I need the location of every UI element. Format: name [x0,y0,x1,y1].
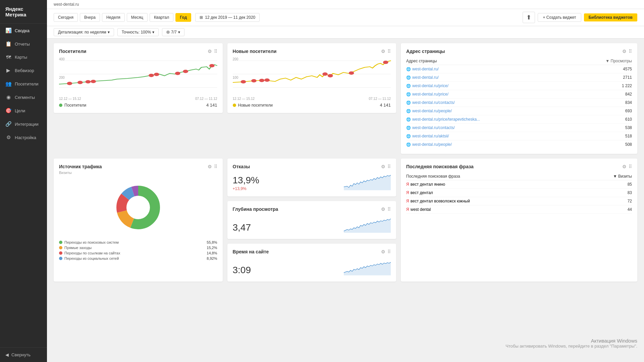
traffic-controls: ⚙ ⠿ [208,164,217,169]
time-controls: ⚙ ⠿ [381,249,391,254]
table-row: 🌐west-dental.ru/4575 [406,65,632,73]
page-url[interactable]: west-dental.ru/aktsii/ [412,134,449,138]
period-god[interactable]: Год [175,13,191,22]
date-range-picker[interactable]: ⊞ 12 дек 2019 — 11 дек 2020 [195,13,260,22]
legend-value: 55,8% [207,240,217,244]
svg-point-10 [183,70,188,73]
sidebar-item-vebvizor[interactable]: ▶ Вебвизор [0,64,47,77]
page-url[interactable]: west-dental.ru/price/ [412,83,448,88]
settings-icon5[interactable]: ⚙ [381,164,385,169]
sidebar-item-otchety[interactable]: 📋 Отчеты [0,37,47,51]
traffic-legend: Переходы из поисковых систем55,8%Прямые … [59,240,217,262]
addr-table: Адрес страницы ▼ Просмотры 🌐west-dental.… [406,57,632,148]
period-segodnya[interactable]: Сегодня [54,13,78,22]
sidebar-item-tseli[interactable]: 🎯 Цели [0,104,47,117]
page-url[interactable]: west-dental.ru/contacts/ [412,125,455,130]
visitors-widget: Посетители ⚙ ⠿ 400 200 [54,43,223,113]
period-nedelya[interactable]: Неделя [102,13,125,22]
settings-icon7[interactable]: ⚙ [381,249,385,254]
page-url[interactable]: west-dental.ru/price/terapevticheska... [412,117,480,122]
svg-point-22 [383,61,388,64]
yandex-icon: Я [406,199,409,203]
grid-icon[interactable]: ⠿ [214,49,217,54]
search-phrase[interactable]: вест дентал [411,190,433,195]
new-visitors-metric: Новые посетители 4 141 [233,103,391,108]
segment-dot [166,31,170,34]
detail-filter[interactable]: Детализация: по неделям ▾ [54,28,114,36]
y-label-200: 200 [233,57,238,61]
grid-icon8[interactable]: ⠿ [629,164,632,169]
page-url[interactable]: west-dental.ru/people/ [412,142,452,147]
settings-icon3[interactable]: ⚙ [622,49,627,54]
period-vchera[interactable]: Вчера [80,13,100,22]
time-value: 3:09 [233,265,251,276]
grid-icon5[interactable]: ⠿ [387,164,391,169]
page-url[interactable]: west-dental.ru/ [412,75,439,80]
legend-item: Прямые заходы15,2% [59,246,217,250]
segmenty-icon: ◉ [5,94,11,100]
grid-icon6[interactable]: ⠿ [387,206,391,212]
visitors-widget-header: Посетители ⚙ ⠿ [59,49,217,54]
grid-icon2[interactable]: ⠿ [387,49,391,54]
grid-icon7[interactable]: ⠿ [387,249,391,254]
main-area: west-dental.ru Сегодня Вчера Неделя Меся… [47,0,644,362]
settings-icon6[interactable]: ⚙ [381,206,385,212]
visitors-chart: 400 200 [59,57,217,94]
table-row: 🌐west-dental.ru/contacts/834 [406,99,632,107]
sidebar-item-karty[interactable]: 🗺 Карты [0,51,47,64]
svg-point-17 [259,79,264,82]
page-views: 538 [573,124,632,132]
period-kvartal[interactable]: Квартал [150,13,173,22]
yandex-icon: Я [406,207,409,212]
page-url[interactable]: west-dental.ru/price/ [412,92,448,97]
accuracy-filter[interactable]: Точность: 100% ▾ [117,28,159,36]
addr-col2[interactable]: ▼ Просмотры [573,57,632,65]
sidebar-item-svodka[interactable]: 📊 Сводка [0,24,47,37]
search-phrase[interactable]: вест дентал янино [411,182,445,187]
svg-point-20 [327,74,333,77]
otchety-icon: 📋 [5,41,11,47]
metric-label2: Новые посетители [238,103,273,108]
grid-icon3[interactable]: ⠿ [629,49,632,54]
legend-item: Переходы из поисковых систем55,8% [59,240,217,244]
svg-point-7 [149,74,154,77]
new-visitors-chart: 200 100 [233,57,391,94]
search-col2[interactable]: ▼ Визиты [580,173,632,180]
upload-button[interactable]: ⬆ [523,12,535,23]
search-controls: ⚙ ⠿ [622,164,632,169]
sidebar-item-segmenty[interactable]: ◉ Сегменты [0,90,47,104]
page-url[interactable]: west-dental.ru/contacts/ [412,100,455,105]
sidebar-item-nastroika[interactable]: ⚙ Настройка [0,131,47,144]
settings-icon4[interactable]: ⚙ [208,164,212,169]
settings-icon2[interactable]: ⚙ [381,49,385,54]
sidebar-item-integrasii[interactable]: 🔗 Интеграции [0,117,47,131]
y-label-400: 400 [59,57,65,61]
settings-icon8[interactable]: ⚙ [622,164,627,169]
library-button[interactable]: Библиотека виджетов [584,13,637,21]
collapse-button[interactable]: ◀ Свернуть [0,347,47,362]
page-url[interactable]: west-dental.ru/ [412,67,439,71]
period-mesyats[interactable]: Месяц [127,13,148,22]
depth-controls: ⚙ ⠿ [381,206,391,212]
legend-label: Переходы из поисковых систем [64,240,119,244]
search-phrase[interactable]: вест дентал всеволожск южный [411,199,470,203]
settings-icon[interactable]: ⚙ [208,49,212,54]
segments-filter[interactable]: 7/7 ▾ [162,28,184,36]
sidebar-item-posetiteli[interactable]: 👥 Посетители [0,77,47,90]
accuracy-label: Точность: 100% [122,30,151,35]
create-widget-button[interactable]: + Создать виджет [538,13,581,22]
legend-value: 15,2% [207,246,217,250]
stats-column: Отказы ⚙ ⠿ 13,9% +13,9% [227,159,396,282]
search-phrase[interactable]: west dental [411,207,431,212]
metric-dot2 [233,104,236,107]
otkazy-header: Отказы ⚙ ⠿ [233,164,391,169]
page-icon: 🌐 [406,117,411,121]
grid-icon4[interactable]: ⠿ [214,164,217,169]
page-icon: 🌐 [406,67,411,71]
search-col1: Последняя поисковая фраза [406,173,580,180]
page-url[interactable]: west-dental.ru/people/ [412,109,452,113]
toolbar: Сегодня Вчера Неделя Месяц Квартал Год ⊞… [47,9,644,26]
traffic-title: Источник трафика [59,164,102,169]
tseli-icon: 🎯 [5,108,11,114]
integrasii-icon: 🔗 [5,121,11,127]
